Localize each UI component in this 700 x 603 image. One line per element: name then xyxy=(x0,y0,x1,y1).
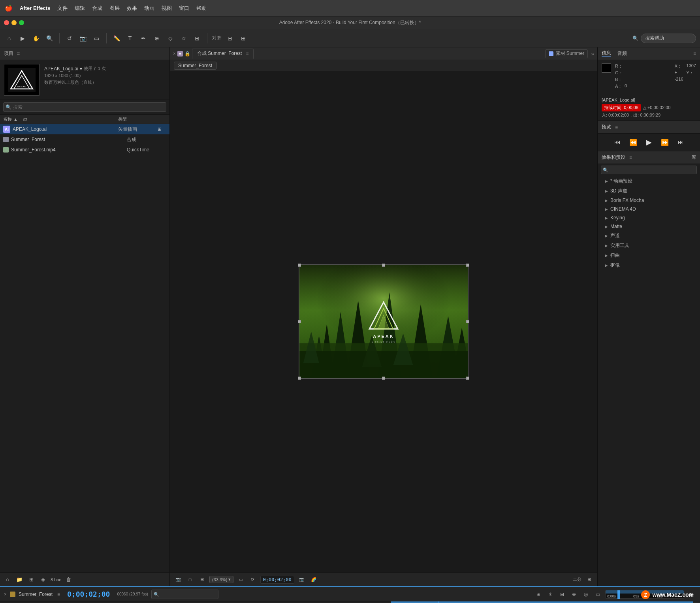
menu-view[interactable]: 视图 xyxy=(162,5,172,12)
effects-menu-icon[interactable]: ≡ xyxy=(629,155,632,160)
menu-after-effects[interactable]: After Effects xyxy=(20,5,50,11)
library-label[interactable]: 库 xyxy=(691,154,696,161)
menu-animation[interactable]: 动画 xyxy=(144,5,154,12)
rect-icon[interactable]: ▭ xyxy=(91,33,102,43)
info-menu-icon[interactable]: ≡ xyxy=(693,51,696,57)
close-comp-icon[interactable]: × xyxy=(173,51,176,57)
effect-distort[interactable]: ▶ 扭曲 xyxy=(598,251,700,260)
source-tab[interactable]: 素材 Summer xyxy=(545,49,588,58)
effect-keying[interactable]: ▶ Keying xyxy=(598,213,700,222)
timeline-menu-icon[interactable]: ≡ xyxy=(57,592,60,597)
zoom-icon[interactable]: 🔍 xyxy=(44,33,55,43)
project-menu-icon[interactable]: ≡ xyxy=(17,51,20,57)
apple-menu[interactable]: 🍎 xyxy=(5,4,13,12)
project-search-input[interactable] xyxy=(3,102,166,112)
col-type-header[interactable]: 类型 xyxy=(118,116,158,122)
comp-tab-menu[interactable]: ≡ xyxy=(246,51,248,57)
tab-audio[interactable]: 音频 xyxy=(617,50,627,57)
menu-layer[interactable]: 图层 xyxy=(109,5,120,12)
timeline-search-input[interactable] xyxy=(151,590,218,599)
handle-tr[interactable] xyxy=(466,264,469,267)
menu-composition[interactable]: 合成 xyxy=(92,5,102,12)
timeline-playhead[interactable] xyxy=(438,601,439,603)
hand-icon[interactable]: ✋ xyxy=(31,33,41,43)
tl-tool-3[interactable]: ⊟ xyxy=(558,590,566,599)
play-button[interactable]: ▶ xyxy=(644,137,655,148)
tl-tool-4[interactable]: ⊕ xyxy=(570,590,578,599)
effect-keyer[interactable]: ▶ 抠像 xyxy=(598,260,700,270)
menu-effects[interactable]: 效果 xyxy=(127,5,137,12)
menu-edit[interactable]: 编辑 xyxy=(75,5,85,12)
pin-icon[interactable]: ⊞ xyxy=(192,33,202,43)
menu-window[interactable]: 窗口 xyxy=(179,5,189,12)
expand-viewer-button[interactable]: ⊞ xyxy=(585,575,593,584)
col-name-header[interactable]: 名称 ▲ 🏷 xyxy=(3,116,118,122)
render-button[interactable]: ◈ xyxy=(39,575,47,584)
handle-bc[interactable] xyxy=(382,377,385,380)
tl-tool-2[interactable]: ✳ xyxy=(546,590,555,599)
comp-tab-summer-forest[interactable]: 合成 Summer_Forest ≡ xyxy=(192,49,254,59)
new-comp-button[interactable]: 📁 xyxy=(15,575,24,584)
project-item-summer-forest-mp4[interactable]: Summer_Forest.mp4 QuickTime xyxy=(0,145,169,155)
handle-ml[interactable] xyxy=(298,320,301,323)
tab-info[interactable]: 信息 xyxy=(602,50,611,57)
tl-tool-1[interactable]: ⊞ xyxy=(534,590,543,599)
tl-tool-5[interactable]: ◎ xyxy=(581,590,590,599)
skip-start-button[interactable]: ⏮ xyxy=(612,137,623,148)
flowchart-button[interactable]: ⊞ xyxy=(27,575,36,584)
effect-boris-fx[interactable]: ▶ Boris FX Mocha xyxy=(598,196,700,205)
effect-utility[interactable]: ▶ 实用工具 xyxy=(598,241,700,251)
effect-animation-presets[interactable]: ▶ * 动画预设 xyxy=(598,176,700,186)
effect-3d-channel[interactable]: ▶ 3D 声道 xyxy=(598,186,700,196)
effect-cinema-4d[interactable]: ▶ CINEMA 4D xyxy=(598,205,700,213)
handle-mr[interactable] xyxy=(466,320,469,323)
select-icon[interactable]: ▶ xyxy=(17,33,28,43)
menu-file[interactable]: 文件 xyxy=(57,5,68,12)
handle-tc[interactable] xyxy=(382,264,385,267)
transparency-button[interactable]: □ xyxy=(186,575,194,584)
rotate-icon[interactable]: ↺ xyxy=(64,33,75,43)
eraser-icon[interactable]: ◇ xyxy=(165,33,175,43)
lock-icon[interactable]: 🔒 xyxy=(184,51,190,57)
menu-help[interactable]: 帮助 xyxy=(196,5,207,12)
maximize-button[interactable] xyxy=(19,20,24,25)
pen-icon[interactable]: ✏️ xyxy=(111,33,122,43)
timeline-close-icon[interactable]: × xyxy=(4,592,7,597)
color-button[interactable]: 🌈 xyxy=(309,575,318,584)
align-icon[interactable]: ⊟ xyxy=(225,33,235,43)
work-area-bar[interactable] xyxy=(391,601,700,603)
handle-tl[interactable] xyxy=(298,264,301,267)
tl-tool-6[interactable]: ▭ xyxy=(593,590,602,599)
text-icon[interactable]: T xyxy=(125,33,135,43)
minimize-button[interactable] xyxy=(11,20,17,25)
stamp-icon[interactable]: ⊕ xyxy=(152,33,162,43)
effect-matte[interactable]: ▶ Matte xyxy=(598,222,700,231)
close-button[interactable] xyxy=(4,20,9,25)
frame-button[interactable]: ⟳ xyxy=(248,575,257,584)
next-frame-button[interactable]: ⏩ xyxy=(659,137,670,148)
handle-bl[interactable] xyxy=(298,377,301,380)
handle-br[interactable] xyxy=(466,377,469,380)
tabs-overflow-button[interactable]: » xyxy=(591,51,594,57)
timeline-scrollbar[interactable]: ▐ xyxy=(693,601,700,603)
timeline-timecode[interactable]: 0;00;02;00 xyxy=(63,590,114,598)
project-item-summer-forest[interactable]: Summer_Forest 合成 xyxy=(0,134,169,145)
viewer-timecode[interactable]: 0;00;02;00 xyxy=(260,576,294,584)
effects-search-input[interactable] xyxy=(601,166,697,174)
project-item-apeak[interactable]: Ai APEAK_Logo.ai 矢量插画 ⊞ xyxy=(0,124,169,134)
camera-icon[interactable]: 📷 xyxy=(78,33,88,43)
snapshot-button[interactable]: 📷 xyxy=(174,575,183,584)
zoom-selector[interactable]: (33.3%) ▾ xyxy=(209,576,233,583)
grid-button[interactable]: ⊞ xyxy=(198,575,206,584)
expand-icon[interactable]: ⊞ xyxy=(238,33,248,43)
effect-channel[interactable]: ▶ 声道 xyxy=(598,231,700,241)
minimap-playhead[interactable] xyxy=(617,590,620,599)
camera-snap-button[interactable]: 📷 xyxy=(297,575,306,584)
timeline-tracks-area[interactable]: 0s 02s 04s 06s 08s xyxy=(391,601,700,603)
new-folder-button[interactable]: ⌂ xyxy=(3,575,12,584)
puppet-icon[interactable]: ☆ xyxy=(179,33,189,43)
region-button[interactable]: ▭ xyxy=(237,575,245,584)
comp-viewer[interactable]: APEAK creative studio xyxy=(170,71,597,572)
prev-frame-button[interactable]: ⏪ xyxy=(628,137,639,148)
preview-menu-icon[interactable]: ≡ xyxy=(615,124,618,130)
